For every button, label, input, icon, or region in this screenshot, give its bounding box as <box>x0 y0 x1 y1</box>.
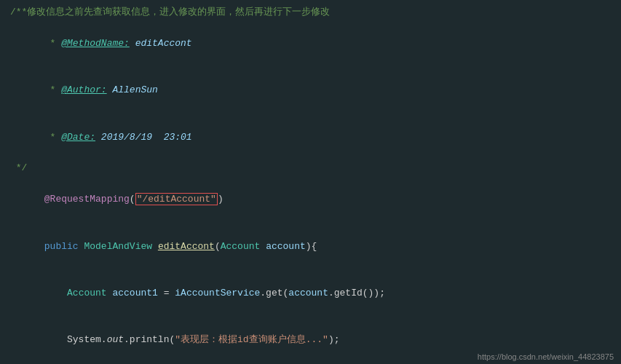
footer-url: https://blog.csdn.net/weixin_44823875 <box>478 352 614 361</box>
comment-line-1: /**修改信息之前先查询获取信息，进入修改的界面，然后再进行下一步修改 <box>10 4 611 20</box>
request-mapping-1: @RequestMapping("/editAccount") <box>10 176 611 223</box>
method-signature-1: public ModelAndView editAccont(Account a… <box>10 223 611 269</box>
end-comment-1: */ <box>10 160 611 175</box>
code-container: /**修改信息之前先查询获取信息，进入修改的界面，然后再进行下一步修改 * @M… <box>0 0 621 364</box>
annotation-author-line: * @Author: AllenSun <box>10 67 611 114</box>
code-block-1: /**修改信息之前先查询获取信息，进入修改的界面，然后再进行下一步修改 * @M… <box>0 0 621 364</box>
code-line-1-1: Account account1 = iAccountService.get(a… <box>10 269 611 316</box>
annotation-method-line: * @MethodName: editAccont <box>10 20 611 66</box>
annotation-date-line: * @Date: 2019/8/19 23:01 <box>10 114 611 160</box>
